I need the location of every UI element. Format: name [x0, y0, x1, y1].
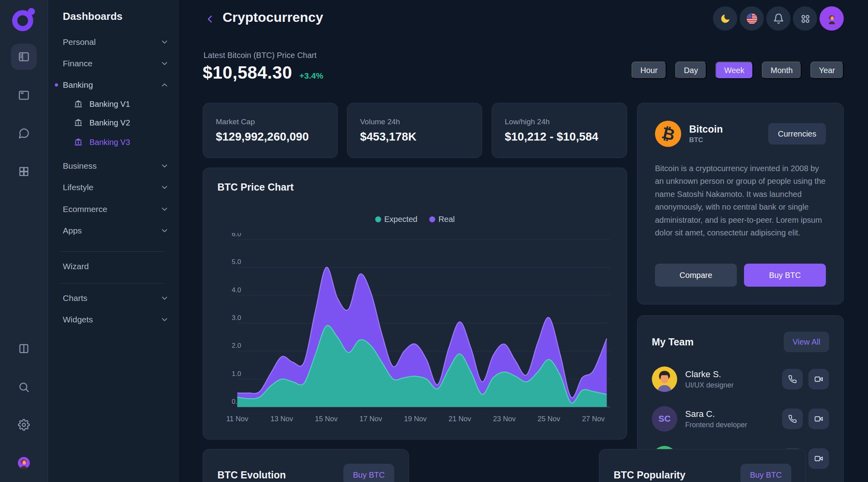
- main-content: Cryptocurrency: [179, 0, 868, 482]
- call-button[interactable]: [782, 369, 803, 389]
- moon-icon: [720, 13, 731, 24]
- bank-icon: [74, 137, 83, 147]
- chevron-down-icon: [160, 38, 169, 46]
- svg-text:4.0: 4.0: [232, 286, 241, 294]
- range-year-button[interactable]: Year: [810, 62, 844, 79]
- currencies-button[interactable]: Currencies: [768, 123, 826, 145]
- coin-symbol: BTC: [689, 136, 768, 144]
- apps-menu-button[interactable]: [793, 6, 817, 31]
- video-call-button[interactable]: [808, 409, 829, 429]
- chevron-down-icon: [160, 205, 169, 214]
- time-range-tabs: Hour Day Week Month Year: [632, 62, 844, 79]
- rail-user-avatar[interactable]: [12, 451, 36, 475]
- card-title: BTC Evolution: [217, 469, 286, 481]
- sidebar-item-ecommerce[interactable]: Ecommerce: [48, 201, 179, 217]
- bank-icon: [74, 99, 83, 109]
- sidebar-item-widgets[interactable]: Widgets: [48, 312, 179, 328]
- rail-item-dashboard-active[interactable]: [11, 44, 37, 70]
- buy-btc-button[interactable]: Buy BTC: [744, 264, 826, 287]
- rail-item-window[interactable]: [15, 86, 33, 104]
- active-bullet: [55, 83, 58, 87]
- sidebar-item-apps[interactable]: Apps: [48, 223, 179, 239]
- call-button[interactable]: [782, 409, 803, 429]
- us-flag-icon: [746, 13, 758, 24]
- sidebar-item-wizard[interactable]: Wizard: [48, 258, 179, 274]
- price-label: Latest Bitcoin (BTC) Price Chart: [203, 51, 317, 60]
- member-role: Frontend developer: [685, 421, 782, 429]
- range-day-button[interactable]: Day: [675, 62, 707, 79]
- sidebar-item-charts[interactable]: Charts: [48, 290, 179, 306]
- svg-text:25 Nov: 25 Nov: [537, 415, 560, 423]
- theme-toggle-button[interactable]: [713, 6, 737, 31]
- bitcoin-info-card: ₿ Bitcoin BTC Currencies Bitcoin is a cr…: [637, 103, 844, 305]
- svg-text:15 Nov: 15 Nov: [315, 415, 337, 423]
- stat-value: $129,992,260,090: [216, 130, 337, 143]
- svg-text:19 Nov: 19 Nov: [404, 415, 426, 423]
- chart-title: BTC Price Chart: [217, 181, 294, 193]
- rail-item-columns[interactable]: [15, 339, 33, 358]
- chevron-down-icon: [160, 183, 169, 192]
- rail-item-search[interactable]: [15, 378, 33, 396]
- avatar-woman-purple: [18, 457, 30, 469]
- sidebar-item-banking-v3[interactable]: Banking V3: [48, 134, 179, 150]
- back-button[interactable]: [202, 11, 218, 27]
- team-header: My Team View All: [652, 332, 829, 352]
- area-chart[interactable]: 0.01.02.03.04.05.06.011 Nov13 Nov15 Nov1…: [217, 233, 613, 429]
- member-name: Clarke S.: [685, 369, 782, 380]
- chevron-down-icon: [160, 315, 169, 324]
- view-all-button[interactable]: View All: [784, 332, 829, 352]
- range-month-button[interactable]: Month: [762, 62, 802, 79]
- bank-icon: [74, 118, 83, 127]
- coin-names: Bitcoin BTC: [689, 123, 768, 144]
- team-member-row: SC Sara C. Frontend developer: [652, 406, 829, 432]
- member-name: Sara C.: [685, 409, 782, 419]
- avatar-woman-purple: [826, 13, 837, 24]
- phone-icon: [788, 375, 797, 384]
- rail-item-grid[interactable]: [15, 162, 33, 181]
- icon-rail: [0, 0, 48, 482]
- svg-text:11 Nov: 11 Nov: [226, 415, 248, 423]
- language-button[interactable]: [740, 6, 764, 31]
- rail-item-chat[interactable]: [15, 124, 33, 143]
- stat-card-volume: Volume 24h $453,178K: [347, 103, 482, 158]
- avatar-man-yellow: [652, 366, 677, 392]
- sidebar-item-banking-v1[interactable]: Banking V1: [48, 96, 179, 112]
- range-hour-button[interactable]: Hour: [632, 62, 666, 79]
- app-logo[interactable]: [11, 7, 37, 32]
- buy-btc-button[interactable]: Buy BTC: [343, 464, 394, 482]
- rail-item-settings[interactable]: [15, 416, 33, 434]
- buy-btc-button[interactable]: Buy BTC: [740, 464, 791, 482]
- sidebar-item-lifestyle[interactable]: Lifestyle: [48, 179, 179, 195]
- sidebar-item-banking[interactable]: Banking: [48, 77, 179, 93]
- range-week-button[interactable]: Week: [715, 62, 753, 79]
- compare-button[interactable]: Compare: [655, 264, 737, 287]
- sidebar-item-finance[interactable]: Finance: [48, 56, 179, 71]
- gear-icon: [18, 419, 30, 431]
- stat-label: Low/high 24h: [505, 118, 627, 126]
- video-call-button[interactable]: [808, 448, 829, 469]
- sidebar-item-business[interactable]: Business: [48, 158, 179, 174]
- avatar-sara-initials: SC: [652, 406, 677, 432]
- svg-text:3.0: 3.0: [232, 314, 241, 322]
- member-actions: [782, 369, 829, 389]
- btc-price: $10,584.30: [203, 63, 292, 83]
- stat-value: $453,178K: [360, 130, 482, 143]
- notifications-button[interactable]: [766, 6, 790, 31]
- logo-icon: [11, 7, 37, 32]
- btc-evolution-card: BTC Evolution Buy BTC: [203, 449, 409, 482]
- sidebar-item-personal[interactable]: Personal: [48, 34, 179, 50]
- sidebar-item-banking-v2[interactable]: Banking V2: [48, 115, 179, 131]
- user-avatar[interactable]: [820, 6, 844, 31]
- legend-expected: Expected: [375, 215, 417, 224]
- btc-popularity-card: BTC Popularity Buy BTC: [599, 449, 806, 482]
- chat-icon: [18, 127, 30, 139]
- chevron-down-icon: [160, 59, 169, 68]
- coin-actions: Compare Buy BTC: [655, 264, 826, 287]
- crypto-dashboard: Dashboards Personal Finance Banking Bank…: [0, 0, 868, 482]
- video-call-button[interactable]: [808, 369, 829, 389]
- svg-text:23 Nov: 23 Nov: [493, 415, 515, 423]
- svg-text:6.0: 6.0: [232, 233, 241, 238]
- svg-text:13 Nov: 13 Nov: [270, 415, 293, 423]
- svg-text:17 Nov: 17 Nov: [359, 415, 382, 423]
- member-info: Clarke S. UI/UX designer: [685, 369, 782, 389]
